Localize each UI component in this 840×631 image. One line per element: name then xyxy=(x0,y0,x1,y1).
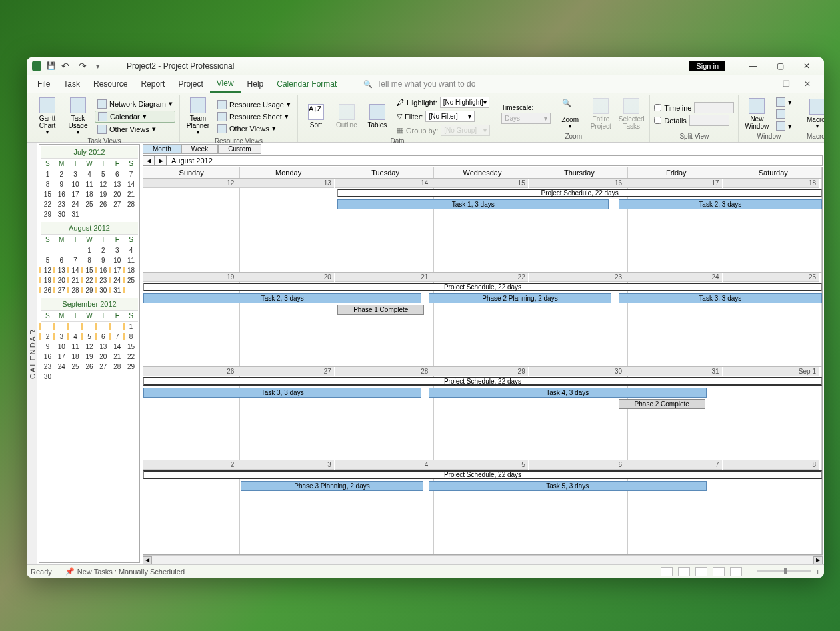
sort-button[interactable]: A↓ZSort xyxy=(302,103,330,130)
mini-cal-day[interactable]: 9 xyxy=(41,342,55,352)
selected-tasks-button[interactable]: Selected Tasks xyxy=(617,97,645,131)
menu-task[interactable]: Task xyxy=(57,76,87,92)
outline-button[interactable]: Outline xyxy=(333,103,361,130)
tab-week[interactable]: Week xyxy=(181,144,218,154)
mini-cal-day[interactable]: 22 xyxy=(41,199,55,209)
view-gantt-icon[interactable] xyxy=(661,567,673,576)
mini-cal-day[interactable]: 7 xyxy=(110,332,124,342)
menu-report[interactable]: Report xyxy=(134,76,171,92)
mini-cal-day[interactable]: 7 xyxy=(124,169,138,179)
mini-cal-day[interactable]: 12 xyxy=(96,179,110,189)
mini-cal-day[interactable]: 24 xyxy=(55,362,69,372)
mini-cal-day[interactable]: 27 xyxy=(96,362,110,372)
mini-cal-day[interactable]: 2 xyxy=(41,332,55,342)
mini-cal-day[interactable]: 11 xyxy=(83,179,97,189)
mini-cal-day[interactable]: 22 xyxy=(124,352,138,362)
maximize-button[interactable]: ▢ xyxy=(768,58,792,74)
menu-view[interactable]: View xyxy=(210,75,241,93)
zoom-slider[interactable] xyxy=(757,570,811,572)
mini-cal-day[interactable]: 23 xyxy=(41,362,55,372)
mini-cal-day[interactable]: 25 xyxy=(69,362,83,372)
mini-cal-day[interactable] xyxy=(83,372,97,382)
mini-cal-day[interactable]: 4 xyxy=(124,245,138,255)
mini-cal-day[interactable] xyxy=(55,322,69,332)
mini-cal-day[interactable] xyxy=(83,209,97,219)
day-cell[interactable]: 12 xyxy=(143,179,240,272)
milestone-bar[interactable]: Phase 2 Complete xyxy=(619,399,705,409)
mini-cal-day[interactable]: 20 xyxy=(96,352,110,362)
mini-cal-day[interactable]: 12 xyxy=(41,265,55,275)
summary-bar[interactable]: Project Schedule, 22 days xyxy=(143,377,822,386)
summary-bar[interactable]: Project Schedule, 22 days xyxy=(143,283,822,291)
mini-cal-day[interactable] xyxy=(41,245,55,255)
mini-cal-day[interactable]: 17 xyxy=(69,189,83,199)
new-window-button[interactable]: New Window xyxy=(743,97,771,131)
mini-cal-day[interactable]: 11 xyxy=(124,255,138,265)
mini-cal-day[interactable]: 3 xyxy=(55,332,69,342)
view-team-planner-icon[interactable] xyxy=(695,567,707,576)
mini-cal-day[interactable] xyxy=(124,285,138,295)
mini-cal-day[interactable]: 18 xyxy=(83,189,97,199)
mini-cal-day[interactable]: 23 xyxy=(55,199,69,209)
horizontal-scrollbar[interactable]: ◀ ▶ xyxy=(143,555,823,564)
mini-cal-day[interactable]: 5 xyxy=(83,332,97,342)
mini-cal-day[interactable]: 25 xyxy=(124,275,138,285)
mini-cal-day[interactable]: 4 xyxy=(83,169,97,179)
view-task-usage-icon[interactable] xyxy=(678,567,690,576)
mini-cal-day[interactable]: 10 xyxy=(110,255,124,265)
other-resource-views-button[interactable]: Other Views ▾ xyxy=(215,123,293,134)
switch-windows-button[interactable]: ▾ xyxy=(773,97,795,107)
mini-cal-day[interactable]: 14 xyxy=(110,342,124,352)
minimize-button[interactable]: — xyxy=(741,58,765,74)
zoom-button[interactable]: 🔍Zoom▾ xyxy=(556,97,584,131)
mini-cal-day[interactable]: 21 xyxy=(110,352,124,362)
mini-cal-day[interactable]: 26 xyxy=(96,199,110,209)
mini-cal-day[interactable]: 29 xyxy=(83,285,97,295)
menu-help[interactable]: Help xyxy=(241,76,271,92)
mini-cal-day[interactable]: 5 xyxy=(41,255,55,265)
mini-cal-day[interactable]: 6 xyxy=(96,332,110,342)
mini-cal-day[interactable]: 29 xyxy=(41,209,55,219)
mini-cal-day[interactable]: 30 xyxy=(96,285,110,295)
mini-cal-day[interactable] xyxy=(69,372,83,382)
resource-sheet-button[interactable]: Resource Sheet ▾ xyxy=(215,111,293,122)
day-cell[interactable]: 13 xyxy=(240,179,337,272)
mini-cal-day[interactable]: 13 xyxy=(55,265,69,275)
mini-cal-day[interactable]: 15 xyxy=(124,342,138,352)
summary-bar[interactable]: Project Schedule, 22 days xyxy=(337,189,822,197)
mini-cal-day[interactable]: 29 xyxy=(124,362,138,372)
close-button[interactable]: ✕ xyxy=(795,58,819,74)
view-report-icon[interactable] xyxy=(730,567,742,576)
next-month-button[interactable]: ▶ xyxy=(155,155,167,166)
mini-cal-day[interactable]: 30 xyxy=(41,372,55,382)
task-usage-button[interactable]: Task Usage▾ xyxy=(64,96,92,137)
mini-calendar[interactable]: July 2012SMTWTFS123456789101112131415161… xyxy=(41,146,138,219)
task-bar[interactable]: Task 4, 3 days xyxy=(429,388,707,398)
filter-combo[interactable]: [No Filter]▾ xyxy=(425,111,475,122)
mini-cal-day[interactable]: 9 xyxy=(55,179,69,189)
prev-month-button[interactable]: ◀ xyxy=(143,155,155,166)
mini-cal-day[interactable]: 21 xyxy=(124,189,138,199)
tab-month[interactable]: Month xyxy=(143,144,181,154)
timeline-check[interactable]: Timeline xyxy=(654,102,734,113)
gantt-chart-button[interactable]: Gantt Chart▾ xyxy=(33,96,61,137)
mini-cal-day[interactable] xyxy=(55,245,69,255)
mini-cal-day[interactable]: 12 xyxy=(83,342,97,352)
mini-cal-day[interactable] xyxy=(124,372,138,382)
mini-cal-day[interactable]: 22 xyxy=(83,275,97,285)
mini-cal-day[interactable]: 13 xyxy=(96,342,110,352)
mini-cal-day[interactable]: 1 xyxy=(83,245,97,255)
mini-cal-day[interactable]: 26 xyxy=(83,362,97,372)
save-icon[interactable]: 💾 xyxy=(47,61,56,71)
mini-cal-day[interactable] xyxy=(41,322,55,332)
mini-cal-day[interactable]: 19 xyxy=(41,275,55,285)
mini-cal-day[interactable] xyxy=(96,209,110,219)
view-resource-sheet-icon[interactable] xyxy=(713,567,725,576)
mini-cal-day[interactable]: 8 xyxy=(83,255,97,265)
mini-cal-day[interactable]: 26 xyxy=(41,285,55,295)
mini-cal-day[interactable]: 17 xyxy=(110,265,124,275)
mini-cal-day[interactable]: 16 xyxy=(55,189,69,199)
mini-cal-day[interactable]: 9 xyxy=(96,255,110,265)
menu-calendar-format[interactable]: Calendar Format xyxy=(270,76,343,92)
mini-cal-day[interactable]: 16 xyxy=(96,265,110,275)
